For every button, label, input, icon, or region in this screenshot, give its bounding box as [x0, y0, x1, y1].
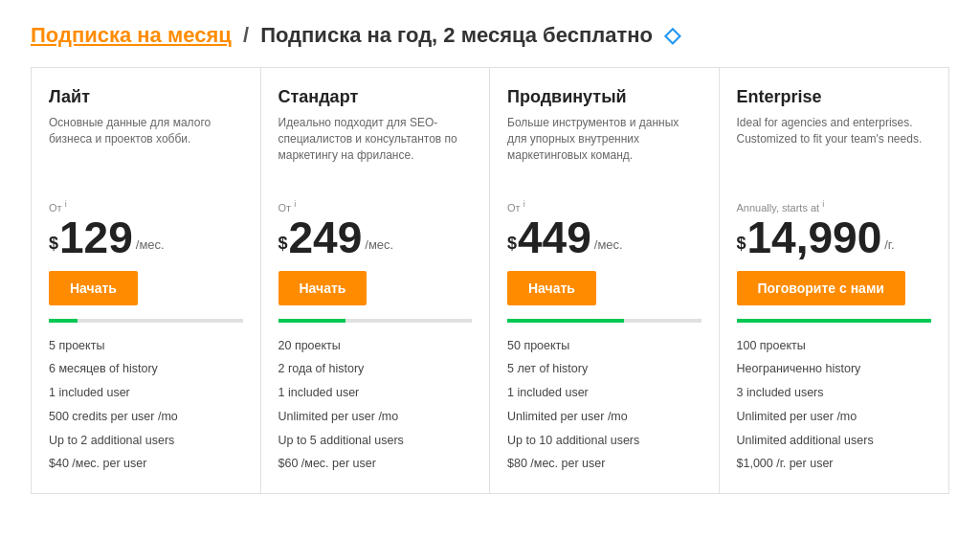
plan-card-enterprise: Enterprise Ideal for agencies and enterp…	[720, 68, 949, 493]
feature-item-standard-1: 2 года of history	[278, 357, 473, 381]
progress-bar-standard	[278, 319, 473, 323]
feature-item-standard-0: 20 проекты	[278, 334, 473, 358]
price-currency-standard: $	[278, 234, 288, 254]
diamond-icon: ◇	[664, 23, 680, 47]
price-amount-standard: 249	[289, 215, 363, 259]
feature-item-advanced-2: 1 included user	[507, 381, 702, 405]
start-btn-advanced[interactable]: Начать	[507, 271, 596, 305]
plan-desc-enterprise: Ideal for agencies and enterprises. Cust…	[737, 115, 932, 184]
feature-item-advanced-3: Unlimited per user /mo	[507, 405, 702, 429]
progress-bar-lite	[49, 319, 243, 323]
price-currency-lite: $	[49, 234, 58, 254]
start-btn-lite[interactable]: Начать	[49, 271, 138, 305]
progress-bar-enterprise	[737, 319, 932, 323]
price-from-lite: От i	[49, 199, 243, 213]
plan-desc-advanced: Больше инструментов и данных для упорных…	[507, 115, 702, 184]
feature-item-lite-5: $40 /мес. per user	[49, 452, 243, 476]
plan-name-advanced: Продвинутый	[507, 87, 702, 107]
price-section-lite: От i $ 129 /мес. Начать	[49, 199, 243, 305]
feature-list-enterprise: 100 проектыНеограниченно history3 includ…	[737, 334, 932, 477]
feature-item-lite-0: 5 проекты	[49, 334, 243, 358]
price-from-enterprise: Annually, starts at i	[737, 199, 932, 213]
feature-item-standard-2: 1 included user	[278, 381, 473, 405]
feature-item-enterprise-3: Unlimited per user /mo	[737, 405, 932, 429]
price-period-enterprise: /г.	[884, 237, 894, 252]
feature-item-lite-1: 6 месяцев of history	[49, 357, 243, 381]
feature-list-standard: 20 проекты2 года of history1 included us…	[278, 334, 473, 477]
progress-fill-advanced	[507, 319, 624, 323]
feature-list-advanced: 50 проекты5 лет of history1 included use…	[507, 334, 702, 477]
progress-fill-lite	[49, 319, 78, 323]
plans-grid: Лайт Основные данные для малого бизнеса …	[31, 67, 949, 494]
plan-card-lite: Лайт Основные данные для малого бизнеса …	[32, 68, 261, 493]
feature-item-standard-4: Up to 5 additional users	[278, 429, 473, 453]
start-btn-standard[interactable]: Начать	[278, 271, 368, 305]
monthly-tab[interactable]: Подписка на месяц	[31, 23, 232, 47]
feature-item-lite-4: Up to 2 additional users	[49, 429, 243, 453]
feature-item-advanced-4: Up to 10 additional users	[507, 429, 702, 453]
price-from-standard: От i	[278, 199, 473, 213]
price-period-lite: /мес.	[136, 237, 165, 252]
page-header: Подписка на месяц / Подписка на год, 2 м…	[31, 23, 949, 48]
plan-card-standard: Стандарт Идеально подходит для SEO-специ…	[261, 68, 491, 493]
feature-item-lite-3: 500 credits per user /mo	[49, 405, 243, 429]
feature-item-standard-3: Unlimited per user /mo	[278, 405, 473, 429]
price-section-standard: От i $ 249 /мес. Начать	[278, 199, 473, 305]
price-section-enterprise: Annually, starts at i $ 14,990 /г. Погов…	[737, 199, 932, 305]
feature-list-lite: 5 проекты6 месяцев of history1 included …	[49, 334, 243, 477]
progress-fill-enterprise	[737, 319, 932, 323]
price-period-standard: /мес.	[365, 237, 393, 252]
header-divider: /	[243, 23, 255, 47]
feature-item-advanced-5: $80 /мес. per user	[507, 452, 702, 476]
price-currency-enterprise: $	[737, 234, 746, 254]
price-row-enterprise: $ 14,990 /г.	[737, 215, 932, 259]
feature-item-standard-5: $60 /мес. per user	[278, 452, 473, 476]
price-row-standard: $ 249 /мес.	[278, 215, 473, 259]
plan-name-lite: Лайт	[49, 87, 243, 107]
feature-item-enterprise-1: Неограниченно history	[737, 357, 932, 381]
price-from-advanced: От i	[507, 199, 702, 213]
progress-bar-advanced	[507, 319, 702, 323]
feature-item-enterprise-0: 100 проекты	[737, 334, 932, 358]
plan-name-enterprise: Enterprise	[737, 87, 932, 107]
feature-item-lite-2: 1 included user	[49, 381, 243, 405]
price-currency-advanced: $	[507, 234, 517, 254]
annual-tab[interactable]: Подписка на год, 2 месяца бесплатно	[260, 23, 653, 47]
price-amount-advanced: 449	[518, 215, 591, 259]
price-section-advanced: От i $ 449 /мес. Начать	[507, 199, 702, 305]
feature-item-enterprise-2: 3 included users	[737, 381, 932, 405]
feature-item-enterprise-4: Unlimited additional users	[737, 429, 932, 453]
feature-item-advanced-0: 50 проекты	[507, 334, 702, 358]
plan-name-standard: Стандарт	[278, 87, 473, 107]
plan-desc-standard: Идеально подходит для SEO-специалистов и…	[278, 115, 473, 184]
feature-item-enterprise-5: $1,000 /г. per user	[737, 452, 932, 476]
price-row-lite: $ 129 /мес.	[49, 215, 243, 259]
price-period-advanced: /мес.	[594, 237, 623, 252]
price-amount-enterprise: 14,990	[747, 215, 882, 259]
plan-desc-lite: Основные данные для малого бизнеса и про…	[49, 115, 243, 184]
price-row-advanced: $ 449 /мес.	[507, 215, 702, 259]
start-btn-enterprise[interactable]: Поговорите с нами	[737, 271, 905, 305]
progress-fill-standard	[278, 319, 346, 323]
page-wrapper: Подписка на месяц / Подписка на год, 2 м…	[0, 0, 980, 539]
feature-item-advanced-1: 5 лет of history	[507, 357, 702, 381]
plan-card-advanced: Продвинутый Больше инструментов и данных…	[490, 68, 720, 493]
price-amount-lite: 129	[59, 215, 133, 259]
